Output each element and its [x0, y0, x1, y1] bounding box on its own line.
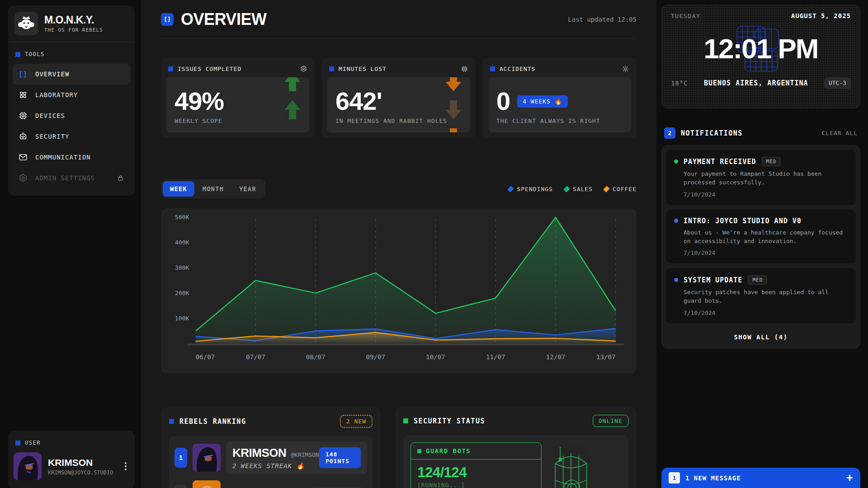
notifications-header: 2 NOTIFICATIONS CLEAR ALL — [661, 127, 860, 139]
diamond-icon — [603, 186, 609, 192]
monkey-logo-icon — [14, 12, 38, 35]
main-header: [] OVERVIEW Last updated 12:05 — [161, 0, 637, 39]
svg-text:500K: 500K — [175, 215, 189, 221]
show-all-button[interactable]: SHOW ALL (4) — [666, 328, 856, 344]
robot-icon — [18, 131, 28, 141]
page-title: OVERVIEW — [181, 10, 266, 29]
sidebar-item-communication[interactable]: COMMUNICATION — [13, 147, 130, 168]
tab-month[interactable]: MONTH — [195, 181, 231, 197]
user-avatar — [14, 452, 42, 480]
new-message-bar[interactable]: 1 1 NEW MESSAGE + — [661, 468, 860, 488]
svg-text:100K: 100K — [175, 315, 189, 322]
chart-range-tabs: WEEK MONTH YEAR — [161, 179, 265, 198]
panel-title: SECURITY STATUS — [414, 417, 485, 425]
ranking-row-1[interactable]: 1 KRIMSON@KRIMSON 2 WEEKS STREAK 🔥 — [175, 441, 367, 474]
legend-sales: SALES — [565, 186, 593, 192]
sidebar-tools-card: M.O.N.K.Y. THE OS FOR REBELS TOOLS [] OV… — [8, 5, 135, 196]
hexagon-gear-icon[interactable] — [300, 65, 307, 73]
sidebar-item-laboratory[interactable]: LABORATORY — [13, 84, 130, 105]
svg-text:12/07: 12/07 — [546, 353, 566, 361]
rebel-streak: 2 WEEKS STREAK 🔥 — [232, 462, 319, 469]
tools-section-label: TOOLS — [8, 42, 135, 62]
notifications-title: NOTIFICATIONS — [681, 129, 743, 137]
notification-body: Security patches have been applied to al… — [684, 288, 848, 305]
stat-body: 0 4 WEEKS 🔥 THE CLIENT ALWAYS IS RIGHT — [488, 77, 631, 132]
burst-icon[interactable] — [622, 65, 629, 73]
tab-week[interactable]: WEEK — [163, 181, 194, 197]
ranking-row-2[interactable]: 2 MATI@MATI — [175, 480, 367, 488]
guard-bots-status: [RUNNING...] — [411, 482, 541, 488]
svg-text:09/07: 09/07 — [366, 353, 386, 361]
svg-text:200K: 200K — [175, 290, 189, 296]
bottom-row: REBELS RANKING 2 NEW 1 — [161, 408, 637, 488]
chip-icon[interactable] — [461, 65, 468, 73]
trend-up-arrows — [283, 77, 302, 121]
stat-caption: IN MEETINGS AND RABBIT HOLES — [335, 117, 462, 124]
ranking-name-box: KRIMSON@KRIMSON 2 WEEKS STREAK 🔥 148 POI… — [226, 441, 367, 474]
plus-icon[interactable]: + — [846, 471, 853, 485]
clear-all-button[interactable]: CLEAR ALL — [822, 130, 858, 136]
user-row[interactable]: KRIMSON KRIMSON@JOYCO.STUDIO — [8, 450, 135, 484]
atom-icon — [18, 90, 28, 100]
svg-text:07/07: 07/07 — [246, 353, 265, 361]
online-badge: ONLINE — [593, 415, 628, 427]
stat-card-accidents: ACCIDENTS 0 4 WEEKS 🔥 THE CLIENT ALWAYS … — [483, 58, 637, 138]
right-panel: TUESDAY AUGUST 5, 2025 12:01 PM 18°C — [661, 0, 860, 488]
stat-caption: WEEKLY SCOPE — [175, 117, 301, 124]
rebels-ranking-panel: REBELS RANKING 2 NEW 1 — [161, 408, 381, 488]
ranking-list: 1 KRIMSON@KRIMSON 2 WEEKS STREAK 🔥 — [169, 436, 373, 488]
green-square-icon — [403, 418, 408, 423]
gear-icon — [18, 173, 28, 183]
stat-title: MINUTES LOST — [339, 66, 387, 72]
sidebar-item-admin-settings[interactable]: ADMIN SETTINGS — [13, 168, 130, 188]
security-body: GUARD BOTS 124/124 [RUNNING...] FIREWALL — [403, 435, 628, 488]
notification-count-badge: 2 — [664, 127, 675, 139]
line-area-chart: 100K200K300K400K500K06/0707/0708/0709/07… — [169, 215, 628, 367]
blue-square-icon — [15, 52, 20, 57]
guard-bot-wireframe — [542, 442, 600, 488]
last-updated: Last updated 12:05 — [568, 16, 637, 23]
notification-body: About us - We're a healthcare company fo… — [684, 229, 848, 246]
stats-row: ISSUES COMPLETED 49% WEEKLY SCOPE — [161, 58, 637, 138]
chart-controls: WEEK MONTH YEAR SPENDINGS SALES COFFEE — [161, 179, 637, 198]
sidebar-item-security[interactable]: SECURITY — [13, 126, 130, 147]
utc-offset-badge: UTC-3 — [824, 77, 851, 89]
notification-item[interactable]: PAYMENT RECEIVED MED Your payment to Ram… — [666, 150, 856, 205]
avatar — [193, 444, 221, 472]
rank-badge: 1 — [175, 448, 187, 468]
main-content: [] OVERVIEW Last updated 12:05 ISSUES CO… — [141, 0, 656, 488]
message-count-badge: 1 — [669, 472, 680, 483]
guard-bots-box: GUARD BOTS 124/124 [RUNNING...] — [410, 442, 542, 488]
clock-card: TUESDAY AUGUST 5, 2025 12:01 PM 18°C — [661, 5, 860, 108]
blue-square-icon — [490, 66, 495, 71]
user-email: KRIMSON@JOYCO.STUDIO — [48, 469, 113, 476]
notification-item[interactable]: INTRO: JOYCO STUDIO AND V0 About us - We… — [666, 210, 856, 264]
stat-title: ISSUES COMPLETED — [178, 66, 241, 72]
streak-badge: 4 WEEKS 🔥 — [517, 95, 568, 108]
guard-bots-value: 124/124 — [411, 460, 541, 482]
diamond-icon — [508, 186, 514, 192]
app-title-block: M.O.N.K.Y. THE OS FOR REBELS — [44, 14, 103, 33]
notification-date: 7/10/2024 — [684, 191, 848, 198]
sidebar-item-devices[interactable]: DEVICES — [13, 105, 130, 126]
notification-item[interactable]: SYSTEM UPDATE MED Security patches have … — [666, 268, 856, 324]
chart-card: 100K200K300K400K500K06/0707/0708/0709/07… — [161, 208, 637, 373]
guard-bots-title: GUARD BOTS — [426, 447, 471, 455]
ranking-name-box: MATI@MATI 129 POINTS — [226, 483, 367, 488]
status-dot — [674, 219, 678, 223]
notifications-panel: PAYMENT RECEIVED MED Your payment to Ram… — [661, 145, 860, 349]
stat-body: 49% WEEKLY SCOPE — [166, 77, 309, 132]
stat-card-minutes: MINUTES LOST 642' IN MEETINGS AND RABBIT… — [322, 58, 476, 138]
sidebar-nav: [] OVERVIEW LABORATORY — [8, 62, 135, 196]
blue-square-icon — [329, 66, 334, 71]
diamond-icon — [563, 186, 570, 192]
status-dot — [674, 160, 678, 164]
svg-text:400K: 400K — [175, 239, 189, 246]
sidebar-item-overview[interactable]: [] OVERVIEW — [13, 64, 130, 84]
tab-year[interactable]: YEAR — [232, 181, 264, 197]
app-logo-row: M.O.N.K.Y. THE OS FOR REBELS — [8, 5, 135, 42]
user-menu-kebab-icon[interactable] — [122, 460, 129, 473]
message-label: 1 NEW MESSAGE — [685, 474, 741, 482]
new-count-badge: 2 NEW — [340, 415, 373, 428]
svg-text:13/07: 13/07 — [596, 353, 616, 361]
